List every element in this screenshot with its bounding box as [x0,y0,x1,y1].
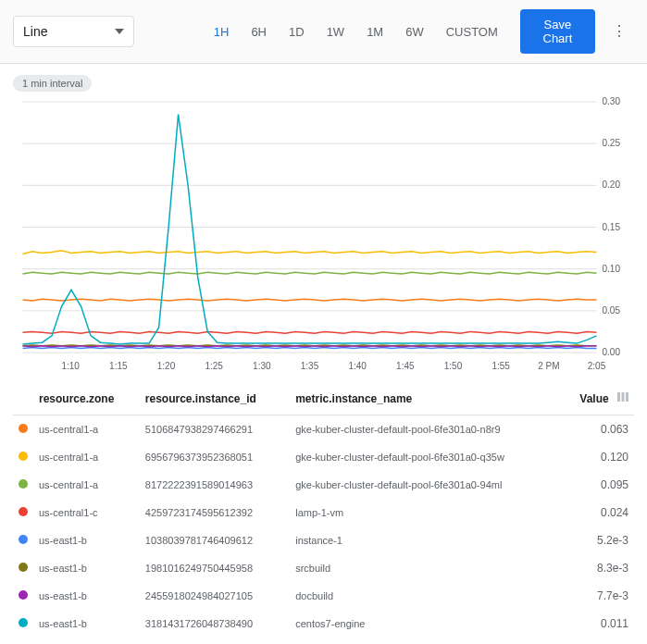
cell-instance-id: 8172222391589014963 [140,471,290,499]
cell-zone: us-central1-a [33,443,140,471]
cell-instance-id: 1981016249750445958 [140,554,290,582]
time-range-1h[interactable]: 1H [205,19,239,44]
line-chart: 0.000.050.100.150.200.250.301:101:151:20… [13,97,634,375]
save-chart-button[interactable]: Save Chart [520,9,595,54]
cell-value: 7.7e-3 [560,582,634,610]
color-swatch [19,479,28,489]
cell-instance-id: 2455918024984027105 [140,582,290,610]
cell-value: 0.063 [560,415,634,444]
col-zone[interactable]: resource.zone [33,382,140,415]
cell-zone: us-central1-c [33,499,140,526]
interval-badge: 1 min interval [13,75,92,92]
legend-table-area: resource.zone resource.instance_id metri… [0,382,647,644]
cell-zone: us-central1-a [33,471,140,499]
chart-type-label: Line [23,24,47,39]
table-row[interactable]: us-central1-a6956796373952368051gke-kube… [13,443,634,471]
legend-table: resource.zone resource.instance_id metri… [13,382,634,638]
table-row[interactable]: us-central1-c4259723174595612392lamp-1-v… [13,499,634,526]
svg-text:0.00: 0.00 [603,347,621,357]
table-row[interactable]: us-central1-a8172222391589014963gke-kube… [13,471,634,499]
time-range-1w[interactable]: 1W [317,19,355,44]
more-vert-icon: ⋮ [612,23,627,39]
col-instance-id[interactable]: resource.instance_id [140,382,290,415]
chart-area: 1 min interval 0.000.050.100.150.200.250… [0,64,647,375]
svg-text:0.25: 0.25 [603,138,621,148]
cell-instance-name: gke-kuber-cluster-default-pool-6fe301a0-… [290,443,560,471]
cell-instance-id: 4259723174595612392 [140,499,290,526]
cell-zone: us-east1-b [33,582,140,610]
cell-instance-id: 1038039781746409612 [140,526,290,554]
svg-text:1:10: 1:10 [61,361,80,371]
cell-instance-id: 3181431726048738490 [140,610,290,638]
svg-text:0.15: 0.15 [603,222,621,232]
svg-text:1:35: 1:35 [301,361,319,371]
series-line [23,115,597,344]
cell-instance-name: instance-1 [290,526,560,554]
cell-value: 8.3e-3 [560,554,634,582]
cell-instance-name: docbuild [290,582,560,610]
time-range-1d[interactable]: 1D [280,19,314,44]
series-line [23,299,597,301]
time-range-6w[interactable]: 6W [396,19,433,44]
svg-text:1:45: 1:45 [396,361,415,371]
svg-text:1:30: 1:30 [253,361,271,371]
svg-text:2 PM: 2 PM [538,361,559,371]
cell-instance-id: 5106847938297466291 [140,415,290,444]
chart-type-select[interactable]: Line [13,16,134,47]
chart-container: 0.000.050.100.150.200.250.301:101:151:20… [13,97,634,375]
series-line [23,346,597,347]
cell-instance-name: gke-kuber-cluster-default-pool-6fe301a0-… [290,471,560,499]
cell-zone: us-east1-b [33,526,140,554]
cell-value: 0.024 [560,499,634,526]
svg-text:0.20: 0.20 [603,180,621,190]
color-swatch [19,535,28,544]
table-row[interactable]: us-east1-b1981016249750445958srcbuild8.3… [13,554,634,582]
cell-value: 0.095 [560,471,634,499]
cell-zone: us-east1-b [33,610,140,638]
svg-rect-28 [626,392,628,402]
table-row[interactable]: us-east1-b2455918024984027105docbuild7.7… [13,582,634,610]
cell-instance-name: lamp-1-vm [290,499,560,526]
table-row[interactable]: us-central1-a5106847938297466291gke-kube… [13,415,634,444]
svg-text:0.30: 0.30 [603,97,621,106]
color-swatch [19,618,28,627]
table-row[interactable]: us-east1-b1038039781746409612instance-15… [13,526,634,554]
svg-text:0.10: 0.10 [603,264,621,274]
svg-text:1:15: 1:15 [109,361,128,371]
cell-instance-name: gke-kuber-cluster-default-pool-6fe301a0-… [290,415,560,444]
more-menu-button[interactable]: ⋮ [604,24,634,39]
time-range-custom[interactable]: CUSTOM [437,19,507,44]
chevron-down-icon [115,29,124,34]
cell-instance-name: centos7-engine [290,610,560,638]
cell-instance-id: 6956796373952368051 [140,443,290,471]
series-line [23,331,597,333]
series-line [23,272,597,274]
series-line [23,348,597,349]
cell-value: 0.120 [560,443,634,471]
col-instance-name[interactable]: metric.instance_name [290,382,560,415]
svg-rect-26 [617,392,620,402]
svg-text:0.05: 0.05 [603,305,621,316]
color-swatch [19,563,28,572]
cell-zone: us-east1-b [33,554,140,582]
time-range-1m[interactable]: 1M [357,19,392,44]
time-range-group: 1H6H1D1W1M6WCUSTOM [205,19,507,44]
table-row[interactable]: us-east1-b3181431726048738490centos7-eng… [13,610,634,638]
color-swatch [19,424,28,433]
cell-instance-name: srcbuild [290,554,560,582]
svg-text:2:05: 2:05 [588,361,606,371]
series-line [23,251,597,254]
color-swatch [19,590,28,600]
time-range-6h[interactable]: 6H [242,19,276,44]
col-value[interactable]: Value [560,382,634,415]
svg-text:1:55: 1:55 [491,361,510,371]
color-swatch [19,507,28,516]
svg-rect-27 [622,392,625,402]
cell-zone: us-central1-a [33,415,140,444]
cell-value: 0.011 [560,610,634,638]
svg-text:1:20: 1:20 [157,361,176,371]
color-swatch [19,452,28,461]
svg-text:1:40: 1:40 [348,361,367,371]
header-bar: Line 1H6H1D1W1M6WCUSTOM Save Chart ⋮ [0,0,647,64]
cell-value: 5.2e-3 [560,526,634,554]
